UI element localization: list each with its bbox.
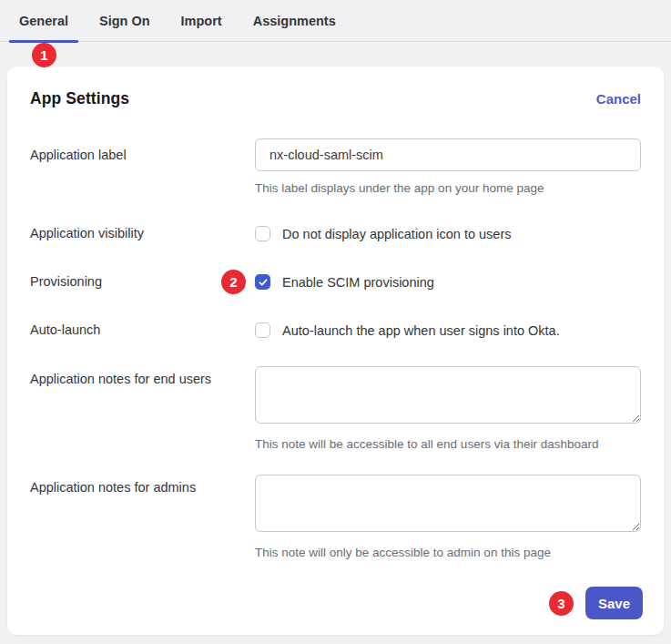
notes-end-users-textarea[interactable] xyxy=(255,366,641,424)
annotation-badge-2: 2 xyxy=(221,270,246,294)
notes-admins-label: Application notes for admins xyxy=(30,475,255,495)
cancel-link[interactable]: Cancel xyxy=(596,91,641,107)
row-application-label: Application label This label displays un… xyxy=(7,138,664,195)
row-provisioning: Provisioning 2 Enable SCIM provisioning xyxy=(7,274,664,290)
auto-launch-checkbox-label: Auto-launch the app when user signs into… xyxy=(282,323,560,338)
tab-import[interactable]: Import xyxy=(171,0,232,41)
application-visibility-label: Application visibility xyxy=(30,226,255,240)
tab-assignments[interactable]: Assignments xyxy=(243,0,346,41)
page-title: App Settings xyxy=(30,89,129,108)
auto-launch-checkbox[interactable] xyxy=(255,322,270,338)
application-label-help: This label displays under the app on you… xyxy=(255,181,641,195)
auto-launch-label: Auto-launch xyxy=(30,322,255,337)
notes-admins-help: This note will only be accessible to adm… xyxy=(255,546,641,559)
row-notes-admins: Application notes for admins This note w… xyxy=(7,475,664,559)
tab-general[interactable]: General xyxy=(9,0,78,41)
save-button[interactable]: Save xyxy=(585,587,643,619)
application-label-input[interactable] xyxy=(255,138,641,171)
application-visibility-checkbox-label: Do not display application icon to users xyxy=(282,227,511,241)
enable-scim-checkbox-label: Enable SCIM provisioning xyxy=(282,275,434,290)
enable-scim-checkbox[interactable] xyxy=(255,274,270,290)
row-application-visibility: Application visibility Do not display ap… xyxy=(7,226,664,241)
card-footer: 3 Save xyxy=(549,587,643,619)
notes-admins-textarea[interactable] xyxy=(255,475,641,532)
tab-sign-on[interactable]: Sign On xyxy=(89,0,160,41)
annotation-badge-1: 1 xyxy=(32,43,56,67)
checkmark-icon xyxy=(258,277,269,288)
card-header: App Settings Cancel xyxy=(7,66,664,108)
application-label-label: Application label xyxy=(30,138,255,162)
row-notes-end-users: Application notes for end users This not… xyxy=(7,366,664,451)
notes-end-users-label: Application notes for end users xyxy=(30,366,255,386)
annotation-badge-3: 3 xyxy=(549,591,574,616)
app-settings-card: App Settings Cancel Application label Th… xyxy=(7,66,664,635)
tab-bar: General Sign On Import Assignments xyxy=(0,0,671,42)
application-visibility-checkbox[interactable] xyxy=(255,226,270,241)
notes-end-users-help: This note will be accessible to all end … xyxy=(255,437,641,451)
row-auto-launch: Auto-launch Auto-launch the app when use… xyxy=(7,322,664,338)
